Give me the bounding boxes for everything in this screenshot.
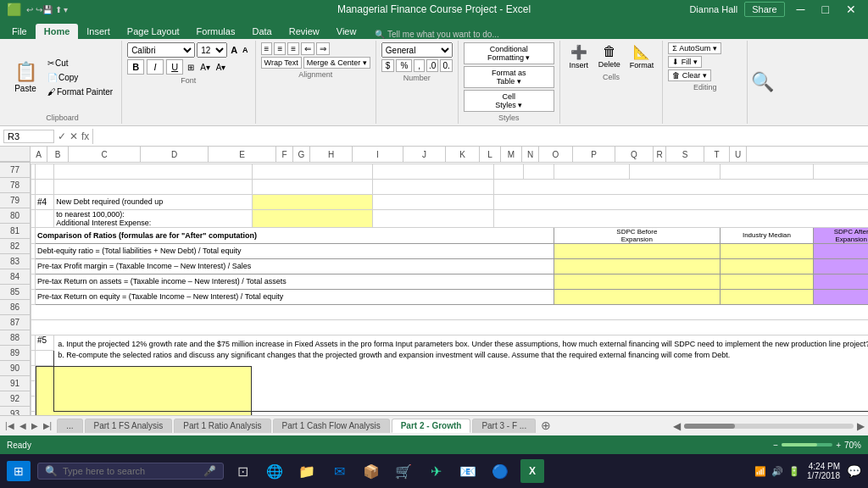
horizontal-scrollbar[interactable] [684, 424, 854, 429]
increase-font-button[interactable]: A [229, 44, 239, 56]
excel-taskbar-icon[interactable]: X [520, 459, 544, 483]
cell-83-after[interactable] [814, 258, 868, 274]
close-button[interactable]: ✕ [841, 3, 861, 16]
font-name-select[interactable]: Calibri [127, 42, 195, 58]
cell-78-c[interactable] [54, 179, 252, 194]
cell-79-rest[interactable] [493, 194, 868, 209]
sheet-tab-part1-ratio[interactable]: Part 1 Ratio Analysis [174, 419, 270, 433]
cell-77-j[interactable] [720, 164, 813, 179]
number-format-select[interactable]: General [381, 42, 453, 58]
bold-button[interactable]: B [127, 59, 144, 75]
tab-page-layout[interactable]: Page Layout [119, 24, 188, 39]
cell-77-g[interactable] [524, 164, 554, 179]
cell-78-b[interactable] [36, 179, 54, 194]
cell-81-industry[interactable]: Industry Median [720, 227, 813, 243]
align-right-button[interactable]: ≡ [287, 42, 299, 55]
explorer-icon[interactable]: 📁 [295, 459, 319, 483]
sheet-tab-ellipsis[interactable]: ... [57, 419, 82, 433]
merge-center-button[interactable]: Merge & Center ▾ [303, 57, 370, 69]
tripadvisor-icon[interactable]: ✈ [424, 459, 448, 483]
maximize-button[interactable]: □ [817, 3, 834, 16]
share-button[interactable]: Share [744, 2, 784, 17]
clock[interactable]: 4:24 PM 1/7/2018 [807, 462, 840, 480]
zoom-slider[interactable] [782, 443, 832, 446]
minimize-button[interactable]: ─ [792, 3, 810, 16]
ribbon-search[interactable]: 🔍 [748, 41, 777, 124]
sheet-scroll-right[interactable]: ▶ [857, 420, 865, 432]
cell-80-b[interactable] [36, 209, 54, 227]
align-center-button[interactable]: ≡ [274, 42, 286, 55]
cell-85-after[interactable] [814, 289, 868, 304]
cell-81-ratio-header[interactable]: Comparison of Ratios (formulas are for "… [36, 227, 554, 243]
conditional-formatting-button[interactable]: ConditionalFormatting ▾ [464, 42, 554, 64]
comma-button[interactable]: , [414, 59, 425, 72]
decrease-font-button[interactable]: A [241, 45, 250, 55]
border-button[interactable]: ⊞ [186, 62, 196, 73]
cell-84-label[interactable]: Pre-tax Return on assets = (Taxable inco… [36, 274, 554, 289]
indent-decrease-button[interactable]: ⇐ [301, 42, 314, 55]
tab-insert[interactable]: Insert [78, 24, 119, 39]
cell-77-c[interactable] [54, 164, 252, 179]
cell-86[interactable] [31, 304, 869, 319]
cell-77-k[interactable] [814, 164, 868, 179]
cell-83-industry[interactable] [720, 258, 813, 274]
zoom-out-button[interactable]: − [773, 441, 778, 450]
sheet-tab-part1-fs[interactable]: Part 1 FS Analysis [85, 419, 173, 433]
edge-icon[interactable]: 🌐 [263, 459, 287, 483]
formula-input[interactable] [97, 131, 865, 141]
cell-77-d[interactable] [252, 164, 372, 179]
sheet-nav-prev[interactable]: ◀ [18, 419, 28, 432]
zoom-in-button[interactable]: + [836, 441, 841, 450]
sheet-nav-last[interactable]: ▶| [42, 419, 54, 432]
cell-79-e[interactable] [373, 194, 493, 209]
scrollbar-thumb[interactable] [684, 424, 735, 429]
sheet-tab-part1-cf[interactable]: Part 1 Cash Flow Analysis [273, 419, 390, 433]
cell-91-a[interactable] [31, 380, 36, 396]
autosum-button[interactable]: Σ AutoSum ▾ [668, 42, 721, 54]
cell-85-before[interactable] [554, 289, 720, 304]
mail-icon[interactable]: ✉ [327, 459, 351, 483]
cell-80-c[interactable]: to nearest 100,000):Additional Interest … [54, 209, 252, 227]
cell-reference-input[interactable] [3, 130, 54, 143]
currency-button[interactable]: $ [381, 59, 395, 72]
sheet-scroll-left[interactable]: ◀ [673, 420, 681, 432]
cell-80-rest[interactable] [493, 209, 868, 227]
delete-cells-button[interactable]: 🗑 Delete [595, 42, 624, 71]
paste-button[interactable]: 📋 Paste [8, 59, 42, 95]
dropbox-icon[interactable]: 📦 [359, 459, 383, 483]
font-color-button[interactable]: A▾ [214, 62, 228, 73]
cell-81-sdpc-before[interactable]: SDPC BeforeExpansion [554, 227, 720, 243]
cell-79-d[interactable] [252, 194, 372, 209]
cell-styles-button[interactable]: CellStyles ▾ [464, 90, 554, 112]
sheet-nav-first[interactable]: |◀ [3, 419, 16, 432]
taskbar-search-box[interactable]: 🔍 🎤 [37, 463, 224, 480]
network-icon[interactable]: 📶 [754, 466, 766, 477]
cell-79-b[interactable]: #4 [36, 194, 54, 209]
decimal-increase-button[interactable]: .0 [426, 59, 438, 72]
cell-84-before[interactable] [554, 274, 720, 289]
wrap-text-button[interactable]: Wrap Text [261, 57, 302, 69]
cell-78-e[interactable] [373, 179, 493, 194]
cell-85-label[interactable]: Pre-tax Return on equity = (Taxable Inco… [36, 289, 554, 304]
volume-icon[interactable]: 🔊 [771, 466, 783, 477]
cell-83-before[interactable] [554, 258, 720, 274]
sheet-nav-next[interactable]: ▶ [30, 419, 40, 432]
percent-button[interactable]: % [396, 59, 412, 72]
sheet-tab-part3[interactable]: Part 3 - F ... [472, 419, 536, 433]
cell-82-after[interactable] [814, 243, 868, 258]
tell-me-box[interactable]: 🔍 Tell me what you want to do... [375, 30, 498, 39]
cell-84-after[interactable] [814, 274, 868, 289]
cell-77-e[interactable] [373, 164, 493, 179]
chrome-icon[interactable]: 🔵 [488, 459, 512, 483]
cell-92-a[interactable] [31, 396, 36, 411]
decimal-decrease-button[interactable]: 0. [440, 59, 452, 72]
fill-button[interactable]: ⬇ Fill ▾ [668, 56, 702, 68]
cell-78-rest[interactable] [493, 179, 868, 194]
tab-data[interactable]: Data [243, 24, 280, 39]
cell-88-b[interactable]: #5 [36, 335, 54, 350]
tab-view[interactable]: View [328, 24, 365, 39]
indent-increase-button[interactable]: ⇒ [316, 42, 330, 55]
tab-formulas[interactable]: Formulas [188, 24, 244, 39]
cell-89-b[interactable] [36, 350, 54, 365]
cell-93-a[interactable] [31, 411, 36, 415]
